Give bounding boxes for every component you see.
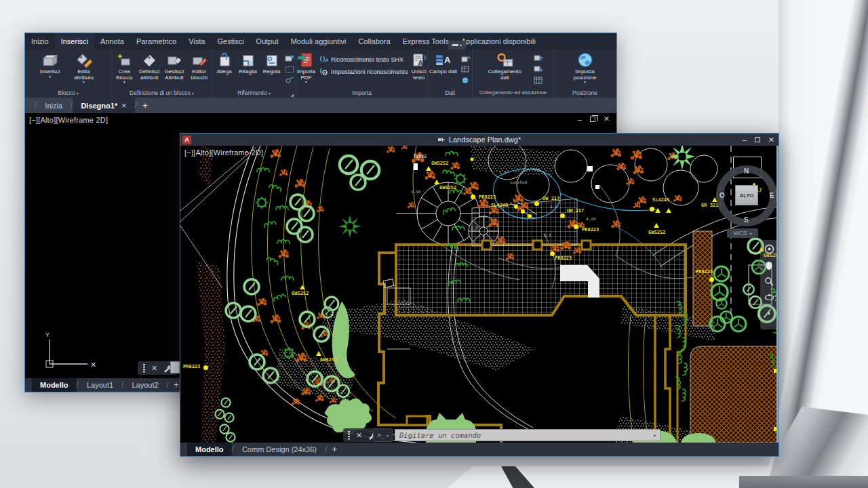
minimize-icon[interactable]: – <box>743 136 747 144</box>
layout-tab-comm-design-24x36[interactable]: Comm Design (24x36) <box>234 443 325 456</box>
layout-tab-layout2[interactable]: Layout2 <box>123 378 166 392</box>
viewcube-north[interactable]: N <box>744 167 749 175</box>
button-label: Riconoscimento testo SHX <box>331 56 403 63</box>
group-label-importa[interactable]: Importa <box>296 88 427 98</box>
close-icon[interactable]: ✕ <box>604 115 610 123</box>
allega-button[interactable]: Allega <box>213 52 236 75</box>
button-label: testo <box>413 75 425 81</box>
command-input[interactable]: Digitare un comando ▴ <box>395 429 660 441</box>
close-icon[interactable]: ✕ <box>356 431 362 440</box>
definisci-attributi-button[interactable]: Definisciattributi <box>137 52 162 81</box>
dialog-launcher-icon[interactable]: ◢ <box>290 90 294 98</box>
menu-tab-collabora[interactable]: Collabora <box>353 33 397 49</box>
block-editor-icon <box>191 52 208 69</box>
svg-text:A: A <box>418 59 423 67</box>
command-prompt-button[interactable]: >_▾ <box>373 428 393 442</box>
ribbon-group-posizione: Impostaposizione ▾ Posizione <box>554 49 616 98</box>
zoom-icon[interactable] <box>763 275 775 287</box>
new-layout-button[interactable]: + <box>327 443 342 456</box>
collegamento-dati-button[interactable]: Collegamentodati <box>482 52 528 81</box>
viewport-controls-label[interactable]: [−][Alto][Wireframe 2D] <box>29 116 108 124</box>
button-label: attributi <box>140 75 158 81</box>
imposta-posizione-button[interactable]: Impostaposizione ▾ <box>568 52 602 84</box>
dropdown-caret-icon: ▾ <box>123 81 125 84</box>
menu-tab-parametrico[interactable]: Parametrico <box>130 33 182 49</box>
update-fields-button[interactable] <box>460 54 472 63</box>
group-label-riferimento[interactable]: Riferimento▾◢ <box>212 88 296 98</box>
frame-toggle-button[interactable] <box>283 65 296 74</box>
vertical-scrollbar[interactable] <box>776 146 778 443</box>
extract-data-button[interactable] <box>532 76 545 85</box>
command-history-icon[interactable]: ▴ <box>653 432 656 438</box>
pan-hand-icon[interactable] <box>763 259 775 271</box>
menu-tab-vista[interactable]: Vista <box>182 33 211 49</box>
viewcube-east[interactable]: E <box>770 192 774 199</box>
underlay-layers-button[interactable] <box>283 54 296 63</box>
ole-object-button[interactable] <box>460 65 472 74</box>
maximize-icon[interactable] <box>755 137 760 142</box>
menu-tab-gestisci[interactable]: Gestisci <box>211 33 250 49</box>
combine-text-icon: A <box>411 52 427 69</box>
navigation-wheel-icon[interactable] <box>763 243 775 255</box>
close-icon[interactable]: ✕ <box>768 136 774 144</box>
campo-dati-button[interactable]: A Campo dati <box>429 52 458 75</box>
recognition-settings-icon <box>319 67 328 76</box>
hyperlink-globe-button[interactable] <box>460 76 472 85</box>
group-label-dati[interactable]: Dati <box>428 88 472 98</box>
viewcube-face-top[interactable]: ALTO <box>735 185 758 205</box>
restore-icon[interactable] <box>590 117 595 122</box>
tab-close-icon[interactable]: ✕ <box>121 102 127 109</box>
new-drawing-tab-button[interactable]: + <box>137 98 153 113</box>
group-label-definizione[interactable]: Definizione di un blocco▾ <box>112 88 212 98</box>
layout-tab-modello[interactable]: Modello <box>32 378 77 392</box>
snap-underlay-button[interactable] <box>283 76 296 85</box>
chevron-down-icon: ▾ <box>460 43 462 47</box>
minimize-icon[interactable]: – <box>578 115 582 123</box>
command-line-icon-partial[interactable] <box>170 361 180 373</box>
menu-tab-output[interactable]: Output <box>250 33 285 49</box>
ritaglia-button[interactable]: Ritaglia <box>236 52 260 75</box>
viewcube-west[interactable]: O <box>719 192 725 199</box>
crea-blocco-button[interactable]: CreaBlocco ▾ <box>112 52 137 84</box>
menu-tab-express-tools[interactable]: Express Tools <box>397 33 455 49</box>
menu-tab-applicazioni-disponibili[interactable]: Applicazioni disponibili <box>455 33 542 49</box>
upload-to-source-button[interactable] <box>532 54 545 63</box>
group-label-blocco[interactable]: Blocco▾ <box>25 88 111 98</box>
inserisci-button[interactable]: Inserisci ▾ <box>35 52 65 79</box>
edita-attributo-button[interactable]: Editaattributo ▾ <box>66 52 102 84</box>
close-icon[interactable]: ✕ <box>151 364 157 373</box>
riconoscimento-testo-shx-button[interactable]: A Riconoscimento testo SHX <box>319 54 408 64</box>
menu-tab-inserisci[interactable]: Inserisci <box>55 33 94 49</box>
document-window-controls: – ✕ <box>578 115 610 123</box>
unisci-testo-button[interactable]: A Uniscitesto <box>410 52 427 81</box>
file-tab-inizia[interactable]: Inizia <box>37 98 71 113</box>
viewcube[interactable]: N S O E ALTO <box>715 163 778 228</box>
impostazioni-riconoscimento-button[interactable]: Impostazioni riconoscimento <box>319 66 408 77</box>
menu-tab-moduli-aggiuntivi[interactable]: Moduli aggiuntivi <box>285 33 353 49</box>
dropdown-caret-icon: ▾ <box>584 81 586 84</box>
navbar-more-icon[interactable]: ▾ <box>763 308 775 320</box>
window-controls: – ✕ <box>743 134 774 146</box>
layout-tab-modello[interactable]: Modello <box>187 443 232 456</box>
layout-tab-layout1[interactable]: Layout1 <box>79 378 121 392</box>
gestisci-attributi-button[interactable]: GestisciAttributi <box>162 52 187 81</box>
download-from-source-button[interactable] <box>532 65 545 74</box>
viewport-controls-label[interactable]: [−][Alto][Wireframe 2D] <box>184 148 263 157</box>
wcs-dropdown[interactable]: WCS ▾ <box>727 228 758 238</box>
editor-blocchi-button[interactable]: Editorblocchi <box>186 52 212 81</box>
regola-button[interactable]: Regola <box>260 52 283 75</box>
ribbon-collapse-button[interactable]: ▾ <box>448 41 466 49</box>
viewcube-south[interactable]: S <box>744 216 749 224</box>
menu-tab-annota[interactable]: Annota <box>94 33 130 49</box>
file-tab-disegno1[interactable]: Disegno1*✕ <box>73 98 134 113</box>
floating-title-bar[interactable]: A Landscape Plan.dwg* – ✕ <box>180 134 778 146</box>
plan-drawing-canvas[interactable]: GWS252GWS252PR8223SL4240UW 217UW 217PR82… <box>180 146 778 443</box>
shx-text-recognition-icon: A <box>319 55 328 64</box>
group-label-posizione[interactable]: Posizione <box>554 88 616 98</box>
importa-pdf-button[interactable]: ImportaPDF ▾ <box>296 52 316 84</box>
menu-tab-inizio[interactable]: Inizio <box>25 33 55 49</box>
grip-dots-icon[interactable] <box>348 431 351 440</box>
orbit-icon[interactable] <box>763 291 775 304</box>
grip-dots-icon[interactable] <box>143 364 146 373</box>
group-label-collegamento[interactable]: Collegamento ed estrazione <box>473 88 553 98</box>
